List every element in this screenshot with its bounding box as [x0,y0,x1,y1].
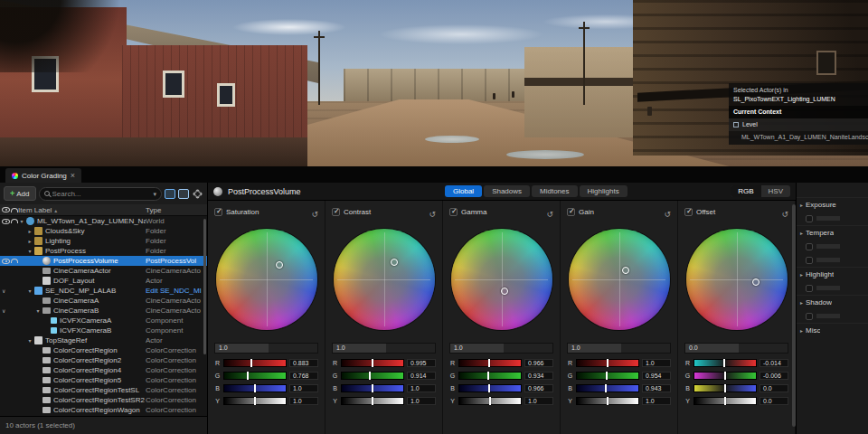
checkbox[interactable] [214,208,222,216]
layers-icon[interactable] [178,189,189,199]
reset-icon[interactable] [781,204,788,221]
channel-slider-g[interactable] [693,372,757,380]
expander-icon[interactable] [26,238,33,244]
search-dropdown-caret[interactable] [153,190,156,198]
level-row[interactable]: Level [729,118,868,131]
channel-slider-r[interactable] [223,359,287,367]
settings-section-shadow[interactable]: Shadow [797,295,868,309]
channel-slider-b[interactable] [223,384,287,392]
channel-slider-y[interactable] [223,397,287,405]
reset-icon[interactable] [546,204,553,221]
checkbox[interactable] [806,243,813,250]
channel-slider-r[interactable] [458,359,522,367]
gear-icon[interactable] [194,191,201,197]
channel-slider-b[interactable] [458,384,522,392]
outliner-row[interactable]: CineCameraActorCineCameraActo [0,266,207,276]
outliner-row[interactable]: ColorCorrectRegion5ColorCorrection [0,375,207,385]
tab-color-grading[interactable]: Color Grading [5,168,81,183]
value-slider[interactable]: 1.0 [449,343,553,354]
panel-scrollbar[interactable] [792,204,796,427]
channel-slider-y[interactable] [576,397,639,405]
value-slider[interactable]: 1.0 [214,343,318,354]
tab-highlights[interactable]: Highlights [580,185,627,197]
value-slider[interactable]: 1.0 [567,343,671,354]
color-wheel[interactable] [216,229,317,330]
expander-icon[interactable] [26,288,33,294]
settings-section-exposure[interactable]: Exposure [797,197,868,212]
channel-slider-g[interactable] [223,372,287,380]
outliner-row[interactable]: CineCameraACineCameraActo [0,296,207,306]
outliner-row[interactable]: ICVFXCameraAComponent [0,316,207,326]
tab-shadows[interactable]: Shadows [484,185,530,197]
channel-slider-g[interactable] [576,372,639,380]
checkbox[interactable] [684,208,693,216]
wheel-indicator[interactable] [391,259,398,266]
tab-global[interactable]: Global [445,185,482,197]
tab-close-icon[interactable] [71,172,75,180]
outliner-row[interactable]: TopStageRefActor [0,335,207,345]
outliner-scrollbar[interactable] [203,219,206,354]
channel-slider-b[interactable] [341,384,404,392]
channel-slider-r[interactable] [576,359,639,367]
expander-icon[interactable] [34,307,42,314]
settings-section-tempera[interactable]: Tempera [797,225,868,240]
checkbox[interactable] [806,313,813,320]
outliner-row[interactable]: ML_WTown_A1_Day_LUMEN_NaniteWorld [0,216,207,226]
value-slider[interactable]: 0.0 [684,343,788,354]
wheel-indicator[interactable] [276,261,283,269]
wheel-indicator[interactable] [501,288,508,295]
wheel-indicator[interactable] [752,278,760,286]
channel-slider-r[interactable] [693,359,757,367]
outliner-row[interactable]: ColorCorrectRegionColorCorrection [0,345,207,355]
reset-icon[interactable] [429,204,436,221]
settings-section-misc[interactable]: Misc [797,323,868,337]
outliner-row[interactable]: ColorCorrectRegion4ColorCorrection [0,365,207,375]
type-column-header[interactable]: Type [146,206,205,214]
outliner-row[interactable]: CineCameraBCineCameraActo [0,306,207,316]
add-button[interactable]: Add [4,186,36,201]
row-type-link[interactable]: Edit SE_NDC_MI [146,287,205,295]
outliner-row[interactable]: ColorCorrectRegionTestSLColorCorrection [0,385,207,395]
color-wheel[interactable] [569,229,670,330]
expander-icon[interactable] [26,228,33,234]
channel-slider-y[interactable] [341,397,404,405]
reset-icon[interactable] [311,204,318,221]
wheel-indicator[interactable] [622,267,629,274]
eye-icon[interactable] [2,259,10,264]
channel-slider-b[interactable] [693,384,757,392]
tab-midtones[interactable]: Midtones [532,185,577,197]
outliner-row[interactable]: Clouds&SkyFolder [0,226,207,236]
outliner-row[interactable]: SE_NDC_MP_LALABEdit SE_NDC_MI [0,286,207,296]
headphones-icon[interactable] [11,259,18,263]
checkbox[interactable] [332,208,340,216]
channel-slider-r[interactable] [341,359,404,367]
outliner-row[interactable]: ColorCorrectRegionWagonColorCorrection [0,405,207,415]
value-slider[interactable]: 1.0 [332,343,436,354]
mode-hsv[interactable]: HSV [761,185,790,197]
channel-slider-y[interactable] [693,397,757,405]
color-wheel[interactable] [334,229,435,330]
mode-rgb[interactable]: RGB [731,185,760,197]
eye-icon[interactable] [2,219,10,224]
expander-icon[interactable] [18,218,25,224]
search-input[interactable]: Search... [39,187,163,201]
viewport-3d[interactable]: Selected Actor(s) in SL_PixoTownEXT_Ligh… [0,0,868,166]
color-wheel[interactable] [451,229,552,330]
expander-icon[interactable] [26,248,33,254]
channel-slider-b[interactable] [576,384,639,392]
channel-slider-g[interactable] [341,372,404,380]
outliner-row[interactable]: PostProcessVolumePostProcessVol [0,256,207,266]
outliner-row[interactable]: LightingFolder [0,236,207,246]
headphones-icon[interactable] [11,219,18,223]
item-label-column-header[interactable]: Item Label [18,206,146,214]
settings-section-highlight[interactable]: Highlight [797,267,868,281]
checkbox[interactable] [567,208,575,216]
channel-slider-y[interactable] [458,397,522,405]
level-value[interactable]: ML_WTown_A1_Day_LUMEN_NaniteLandsca [729,131,868,145]
outliner-row[interactable]: PostProcessFolder [0,246,207,256]
reset-icon[interactable] [664,204,671,221]
outliner-row[interactable]: ICVFXCameraBComponent [0,326,207,335]
checkbox[interactable] [806,215,813,222]
channel-slider-g[interactable] [458,372,522,380]
expander-icon[interactable] [26,337,33,344]
